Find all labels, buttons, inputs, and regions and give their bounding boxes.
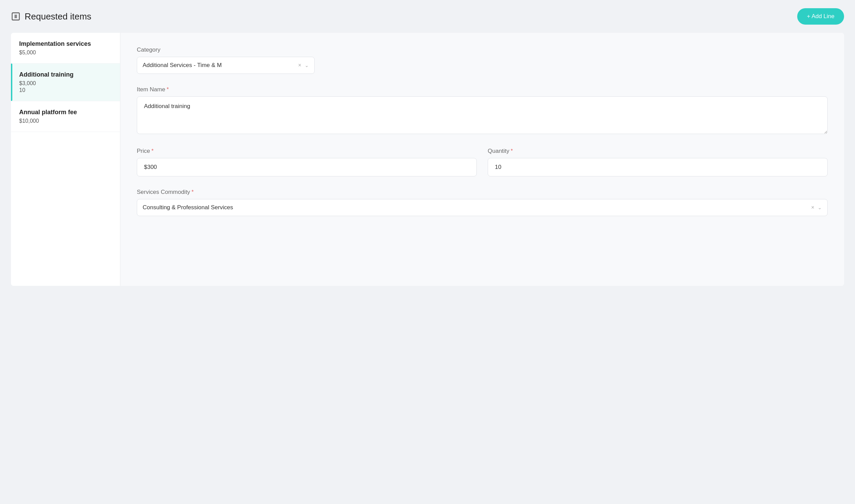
item-name-section: Item Name * Additional training	[137, 86, 828, 135]
add-line-button[interactable]: + Add Line	[797, 8, 844, 25]
sidebar-item-price: $10,000	[19, 118, 112, 124]
category-clear-icon[interactable]: ×	[298, 62, 301, 68]
commodity-label: Services Commodity *	[137, 189, 828, 196]
category-section: Category Additional Services - Time & M …	[137, 47, 828, 74]
sidebar-item-price: $5,000	[19, 50, 112, 56]
sidebar-item-additional-training[interactable]: Additional training $3,000 10	[11, 64, 120, 101]
price-col: Price *	[137, 148, 477, 176]
item-name-label: Item Name *	[137, 86, 828, 93]
main-layout: Implementation services $5,000 Additiona…	[11, 33, 844, 286]
category-label: Category	[137, 47, 828, 53]
price-label: Price *	[137, 148, 477, 155]
category-chevron-icon[interactable]: ⌄	[305, 63, 309, 68]
sidebar-item-name: Implementation services	[19, 40, 112, 48]
commodity-select[interactable]: Consulting & Professional Services × ⌄	[137, 199, 828, 216]
sidebar-item-annual-platform-fee[interactable]: Annual platform fee $10,000	[11, 101, 120, 132]
commodity-chevron-icon[interactable]: ⌄	[818, 205, 822, 210]
price-qty-row: Price * Quantity *	[137, 148, 828, 176]
form-panel: Category Additional Services - Time & M …	[120, 33, 844, 286]
commodity-section: Services Commodity * Consulting & Profes…	[137, 189, 828, 216]
quantity-required: *	[511, 148, 513, 154]
price-required: *	[152, 148, 154, 154]
list-icon	[11, 12, 21, 21]
commodity-clear-icon[interactable]: ×	[811, 204, 814, 211]
price-input[interactable]	[137, 158, 477, 176]
sidebar-item-implementation-services[interactable]: Implementation services $5,000	[11, 33, 120, 64]
commodity-actions: × ⌄	[811, 204, 822, 211]
category-value: Additional Services - Time & M	[143, 62, 298, 69]
category-actions: × ⌄	[298, 62, 309, 68]
sidebar-item-name: Annual platform fee	[19, 109, 112, 116]
title-group: Requested items	[11, 11, 91, 22]
item-name-required: *	[167, 87, 169, 93]
commodity-required: *	[192, 189, 194, 195]
sidebar-item-qty: 10	[19, 87, 112, 93]
page-header: Requested items + Add Line	[11, 8, 844, 25]
commodity-value: Consulting & Professional Services	[143, 204, 811, 211]
quantity-input[interactable]	[488, 158, 828, 176]
quantity-label: Quantity *	[488, 148, 828, 155]
page-title: Requested items	[25, 11, 91, 22]
category-select[interactable]: Additional Services - Time & M × ⌄	[137, 57, 315, 74]
quantity-col: Quantity *	[488, 148, 828, 176]
sidebar-item-price: $3,000	[19, 80, 112, 87]
sidebar-item-name: Additional training	[19, 71, 112, 78]
item-name-input[interactable]: Additional training	[137, 96, 828, 134]
sidebar: Implementation services $5,000 Additiona…	[11, 33, 120, 286]
